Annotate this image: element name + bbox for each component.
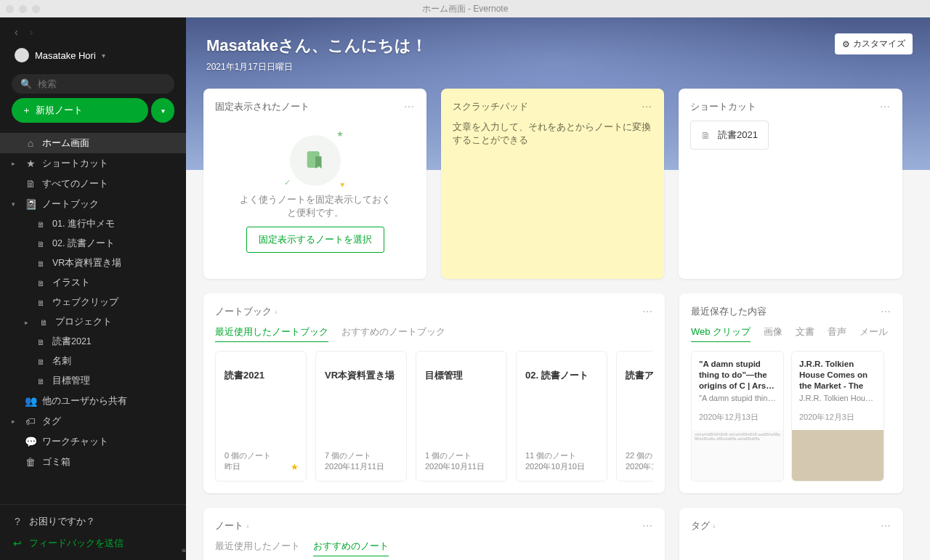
shortcuts-panel: ショートカット⋯ 🗎 読書2021 [679, 89, 902, 279]
sidebar-notebook-item[interactable]: 🗎ウェブクリップ [0, 293, 186, 312]
notebook-card[interactable]: VR本資料置き場7 個のノート2020年11月11日 [315, 351, 407, 482]
more-icon[interactable]: ⋯ [642, 520, 653, 532]
sidebar-notebook-item[interactable]: 🗎読書2021 [0, 332, 186, 352]
nav-list: ⌂ホーム画面 ▸★ショートカット 🗎すべてのノート ▾📓ノートブック 🗎01. … [0, 133, 186, 504]
nav-help[interactable]: ?お困りですか？ [12, 511, 174, 532]
tab-recent-0[interactable]: Web クリップ [691, 325, 751, 342]
nav-workchat[interactable]: 💬ワークチャット [0, 431, 186, 452]
nav-back-icon[interactable]: ‹ [15, 26, 18, 38]
recent-title: J.R.R. Tolkien House Comes on the Market… [799, 359, 876, 391]
sidebar-notebook-item[interactable]: 🗎目標管理 [0, 371, 186, 391]
search-input[interactable] [38, 78, 166, 89]
recent-desc: J.R.R. Tolkien Hous… [799, 394, 876, 402]
tab-recent-4[interactable]: メール [860, 325, 888, 342]
main-content: Masatakeさん、こんにちは！ 2021年1月17日日曜日 ⚙カスタマイズ … [186, 17, 930, 560]
customize-button[interactable]: ⚙カスタマイズ [835, 33, 913, 54]
more-icon[interactable]: ⋯ [404, 101, 415, 113]
tab-recent-1[interactable]: 画像 [764, 325, 783, 342]
window-titlebar: ホーム画面 - Evernote [0, 0, 930, 17]
expand-icon[interactable]: ▸ [12, 160, 19, 167]
tab-recent-notes[interactable]: 最近使用したノート [215, 540, 300, 556]
more-icon[interactable]: ⋯ [881, 306, 891, 317]
notebook-card[interactable]: 読書アーカイ22 個のノート2020年10月10 [616, 351, 653, 482]
sidebar-notebook-item[interactable]: 🗎02. 読書ノート [0, 234, 186, 253]
new-note-button[interactable]: ＋ 新規ノート [12, 98, 148, 123]
tab-recent-3[interactable]: 音声 [828, 325, 846, 342]
tab-recent-notebooks[interactable]: 最近使用したノートブック [215, 325, 328, 342]
avatar [15, 48, 29, 62]
tab-recommended-notebooks[interactable]: おすすめのノートブック [341, 325, 445, 342]
nav-shared[interactable]: 👥他のユーザから共有 [0, 391, 186, 411]
chevron-down-icon: ▾ [161, 107, 165, 115]
trash-icon: 🗑 [25, 456, 36, 468]
date: 2021年1月17日日曜日 [206, 61, 910, 73]
tab-recommended-notes[interactable]: おすすめのノート [313, 540, 389, 556]
recent-title: "A damn stupid thing to do"—the origins … [699, 359, 776, 391]
tab-recent-2[interactable]: 文書 [796, 325, 814, 342]
notebook-icon: 🗎 [35, 299, 46, 307]
more-icon[interactable]: ⋯ [642, 101, 652, 113]
notebooks-panel: ノートブック›⋯ 最近使用したノートブック おすすめのノートブック 読書2021… [203, 293, 665, 493]
pinned-notes-panel: 固定表示されたノート⋯ ★ ♥ ✓ よく使うノートを固定表示しておくと便利です。… [203, 89, 426, 279]
search-box[interactable]: 🔍 [12, 74, 174, 94]
thumbnail [792, 430, 884, 481]
collapse-icon[interactable]: ▾ [12, 200, 19, 208]
more-icon[interactable]: ⋯ [642, 306, 653, 317]
recent-content-panel: 最近保存した内容⋯ Web クリップ画像文書音声メール "A damn stup… [679, 293, 903, 493]
close-window-icon[interactable] [6, 5, 14, 13]
zoom-window-icon[interactable] [32, 5, 40, 13]
notebook-card-title: VR本資料置き場 [325, 369, 397, 382]
notebook-card[interactable]: 02. 読書ノート11 個のノート2020年10月10日 [516, 351, 607, 482]
notebook-count: 0 個のノート [225, 450, 297, 461]
notebook-card[interactable]: 目標管理1 個のノート2020年10月11日 [416, 351, 507, 482]
nav-feedback[interactable]: ↩フィードバックを送信 [12, 532, 174, 554]
notebook-card-title: 読書アーカイ [626, 369, 653, 382]
sidebar-notebook-item[interactable]: 🗎VR本資料置き場 [0, 253, 186, 273]
nav-trash[interactable]: 🗑ゴミ箱 [0, 452, 186, 472]
more-icon[interactable]: ⋯ [881, 520, 891, 532]
plus-icon: ＋ [22, 104, 31, 117]
notebook-card[interactable]: 読書20210 個のノート昨日★ [215, 351, 307, 482]
notebook-count: 22 個のノート [626, 450, 653, 461]
notebook-date: 2020年10月10日 [525, 461, 598, 472]
notebook-icon: 📓 [25, 198, 36, 210]
more-icon[interactable]: ⋯ [880, 101, 891, 113]
new-note-dropdown[interactable]: ▾ [151, 98, 174, 123]
sidebar-notebook-item[interactable]: 🗎名刺 [0, 352, 186, 371]
panel-title-link[interactable]: ノート› [215, 519, 249, 532]
expand-icon[interactable]: ▸ [12, 418, 19, 425]
recent-card[interactable]: J.R.R. Tolkien House Comes on the Market… [791, 351, 884, 482]
thumbnail: aAAaAABBABABAB aAAaAABBABAB aaaBBAaBBa B… [692, 430, 783, 481]
gear-icon: ⚙ [842, 39, 850, 49]
recent-card[interactable]: "A damn stupid thing to do"—the origins … [691, 351, 784, 482]
sidebar-notebook-item[interactable]: 🗎イラスト [0, 273, 186, 293]
greeting: Masatakeさん、こんにちは！ [206, 35, 910, 57]
user-name: Masatake Hori [35, 50, 96, 61]
shortcut-item[interactable]: 🗎 読書2021 [690, 121, 769, 150]
nav-all-notes[interactable]: 🗎すべてのノート [0, 174, 186, 194]
sidebar-notebook-item[interactable]: ▸🗎プロジェクト [0, 312, 186, 332]
sidebar-notebook-item[interactable]: 🗎01. 進行中メモ [0, 214, 186, 234]
notebook-icon: 🗎 [35, 377, 46, 386]
chevron-right-icon: › [713, 522, 716, 530]
user-menu[interactable]: Masatake Hori ▾ [9, 41, 177, 70]
nav-home[interactable]: ⌂ホーム画面 [0, 133, 186, 153]
recent-date: 2020年12月13日 [699, 412, 776, 423]
search-icon: 🔍 [20, 78, 32, 89]
nav-forward-icon[interactable]: › [30, 26, 33, 38]
nav-shortcuts[interactable]: ▸★ショートカット [0, 153, 186, 174]
panel-title-link[interactable]: タグ› [691, 519, 716, 532]
panel-title-link[interactable]: ノートブック› [215, 305, 278, 318]
notebook-date: 2020年11月11日 [325, 461, 397, 472]
pinned-select-button[interactable]: 固定表示するノートを選択 [246, 227, 384, 253]
pinned-help-text: よく使うノートを固定表示しておくと便利です。 [235, 193, 395, 219]
nav-notebooks[interactable]: ▾📓ノートブック [0, 194, 186, 214]
expand-icon[interactable]: ▸ [25, 319, 32, 326]
minimize-window-icon[interactable] [19, 5, 27, 13]
chevron-down-icon: ▾ [102, 52, 105, 60]
nav-tags[interactable]: ▸🏷タグ [0, 411, 186, 431]
notebook-date: 2020年10月10 [626, 461, 653, 472]
scratchpad-input[interactable]: 文章を入力して、それをあとからノートに変換することができる [453, 121, 652, 147]
notebook-icon: 🗎 [38, 318, 49, 327]
scratchpad-panel: スクラッチパッド⋯ 文章を入力して、それをあとからノートに変換することができる [441, 89, 664, 279]
